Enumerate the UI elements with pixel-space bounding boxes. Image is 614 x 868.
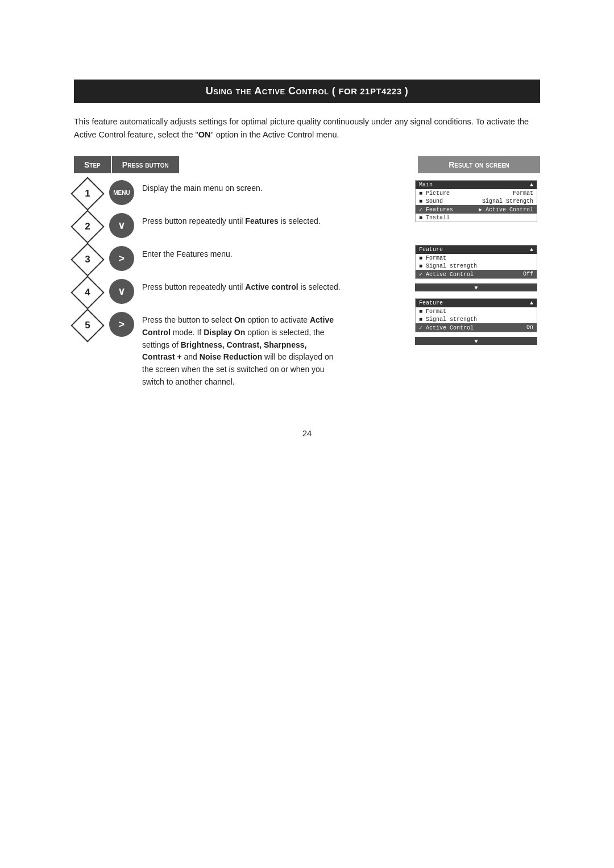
screen3-title: Feature — [419, 300, 443, 306]
screen2-title: Feature — [419, 247, 443, 253]
step-number-4: 4 — [74, 279, 101, 306]
screen3-row-signal: ■ Signal strength — [416, 315, 537, 323]
down-button-1: ∨ — [109, 213, 134, 238]
header-press: Press button — [112, 156, 179, 173]
screen3-row-active: ✓ Active ControlOn — [416, 323, 537, 332]
screen1-row-sound: ■ SoundSignal Strength — [416, 197, 537, 205]
screen1-row-features: ✓ Features▶ Active Control — [416, 205, 537, 214]
header-result: Result on screen — [418, 156, 540, 173]
screen2-up-arrow: ▲ — [530, 247, 533, 253]
step-3-text: Enter the Features menu. — [142, 246, 341, 261]
screen-result-2: Feature ▲ ■ Format ■ Signal strength ✓ A… — [415, 245, 537, 279]
menu-button: MENU — [109, 180, 134, 205]
divider-arrow-2: ▼ — [415, 337, 537, 345]
step-2-text: Press button repeatedly until Features i… — [142, 213, 341, 228]
screen-results: Main ▲ ■ PictureFormat ■ SoundSignal Str… — [415, 180, 540, 345]
step-row-4: 4 ∨ Press button repeatedly until Active… — [74, 279, 341, 306]
page-title: Using the Active Control ( for 21PT4223 … — [74, 80, 540, 103]
step-number-5: 5 — [74, 312, 101, 339]
screen1-row-picture: ■ PictureFormat — [416, 189, 537, 197]
step-number-2: 2 — [74, 213, 101, 240]
down-button-2: ∨ — [109, 279, 134, 304]
step-number-3: 3 — [74, 246, 101, 273]
step-row-1: 1 MENU Display the main menu on screen. — [74, 180, 341, 207]
screen2-row-format: ■ Format — [416, 254, 537, 262]
step-4-text: Press button repeatedly until Active con… — [142, 279, 341, 294]
step-row-3: 3 > Enter the Features menu. — [74, 246, 341, 273]
screen2-row-active: ✓ Active ControlOff — [416, 270, 537, 278]
table-header: Step Press button Result on screen — [74, 156, 540, 173]
right-button-2: > — [109, 312, 134, 337]
divider-arrow-1: ▼ — [415, 283, 537, 291]
screen1-up-arrow: ▲ — [530, 182, 533, 188]
screen2-row-signal: ■ Signal strength — [416, 262, 537, 270]
screen-result-3: Feature ▲ ■ Format ■ Signal strength ✓ A… — [415, 298, 537, 332]
screen3-row-format: ■ Format — [416, 307, 537, 315]
page-number: 24 — [74, 428, 540, 461]
right-button-1: > — [109, 246, 134, 271]
screen3-up-arrow: ▲ — [530, 300, 533, 306]
intro-paragraph: This feature automatically adjusts setti… — [74, 115, 540, 141]
steps-container: 1 MENU Display the main menu on screen. … — [74, 180, 341, 394]
step-row-5: 5 > Press the button to select On option… — [74, 312, 341, 388]
step-number-1: 1 — [74, 180, 101, 207]
header-step: Step — [74, 156, 111, 173]
screen1-row-install: ■ Install — [416, 214, 537, 222]
screen-result-1: Main ▲ ■ PictureFormat ■ SoundSignal Str… — [415, 180, 537, 222]
step-row-2: 2 ∨ Press button repeatedly until Featur… — [74, 213, 341, 240]
step-5-text: Press the button to select On option to … — [142, 312, 341, 388]
screen1-title: Main — [419, 182, 433, 188]
step-1-text: Display the main menu on screen. — [142, 180, 341, 195]
